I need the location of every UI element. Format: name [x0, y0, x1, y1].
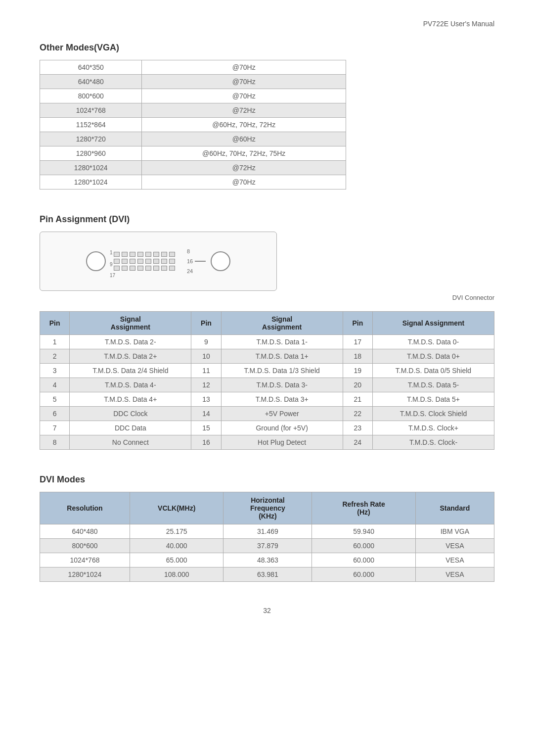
- pin-sig-3: T.M.D.S. Data 0-: [372, 335, 494, 349]
- pin-num-1: 3: [40, 364, 70, 378]
- dvi-hfreq: 48.363: [223, 553, 312, 567]
- vga-resolution: 640*350: [40, 60, 142, 75]
- pin-table-row: 2 T.M.D.S. Data 2+ 10 T.M.D.S. Data 1+ 1…: [40, 349, 494, 364]
- dvi-left-circle: [86, 251, 106, 271]
- pin-num-2: 11: [191, 364, 221, 378]
- pin-num-1: 1: [40, 335, 70, 349]
- dvi-vclk: 25.175: [130, 524, 223, 539]
- pin-header-2: Pin: [191, 312, 221, 335]
- pin-sig-1: No Connect: [70, 435, 191, 450]
- pin-num-3: 19: [343, 364, 372, 378]
- dvi-rrate: 59.940: [312, 524, 415, 539]
- dvi-std: VESA: [415, 567, 494, 582]
- vga-refresh: @70Hz: [142, 89, 346, 103]
- dvi-col-standard: Standard: [415, 492, 494, 524]
- pin-sig-1: T.M.D.S. Data 4-: [70, 378, 191, 392]
- dvi-right-circle: [211, 251, 230, 271]
- vga-refresh: @72Hz: [142, 161, 346, 175]
- dvi-hfreq: 37.879: [223, 539, 312, 553]
- dvi-connector-label: DVI Connector: [40, 294, 494, 301]
- pin-sig-2: +5V Power: [221, 407, 343, 421]
- dvi-modes-table: Resolution VCLK(MHz) HorizontalFrequency…: [40, 492, 494, 582]
- pin-sig-3: T.M.D.S. Data 5+: [372, 392, 494, 407]
- dvi-rrate: 60.000: [312, 539, 415, 553]
- pin-num-1: 6: [40, 407, 70, 421]
- dvi-rrate: 60.000: [312, 553, 415, 567]
- vga-resolution: 1280*1024: [40, 161, 142, 175]
- dvi-col-resolution: Resolution: [40, 492, 130, 524]
- pin-num-2: 14: [191, 407, 221, 421]
- pin-sig-2: Ground (for +5V): [221, 421, 343, 435]
- vga-refresh: @72Hz: [142, 103, 346, 118]
- manual-title: PV722E User's Manual: [423, 20, 494, 28]
- dvi-col-rrate: Refresh Rate(Hz): [312, 492, 415, 524]
- vga-table-row: 640*350 @70Hz: [40, 60, 346, 75]
- dvi-hfreq: 31.469: [223, 524, 312, 539]
- dvi-res: 640*480: [40, 524, 130, 539]
- dvi-hfreq: 63.981: [223, 567, 312, 582]
- dvi-res: 1024*768: [40, 553, 130, 567]
- vga-table-row: 1152*864 @60Hz, 70Hz, 72Hz: [40, 118, 346, 132]
- dvi-col-vclk: VCLK(MHz): [130, 492, 223, 524]
- pin-sig-1: DDC Clock: [70, 407, 191, 421]
- pin-assignment-table: Pin SignalAssignment Pin SignalAssignmen…: [40, 311, 494, 450]
- vga-refresh: @70Hz: [142, 175, 346, 189]
- pin-num-2: 10: [191, 349, 221, 364]
- pin-sig-1: T.M.D.S. Data 2/4 Shield: [70, 364, 191, 378]
- vga-table-row: 1280*720 @60Hz: [40, 132, 346, 146]
- vga-table-row: 800*600 @70Hz: [40, 89, 346, 103]
- pin-sig-3: T.M.D.S. Clock Shield: [372, 407, 494, 421]
- pin-sig-2: T.M.D.S. Data 3+: [221, 392, 343, 407]
- pin-num-2: 16: [191, 435, 221, 450]
- pin-num-1: 8: [40, 435, 70, 450]
- vga-table-row: 1280*960 @60Hz, 70Hz, 72Hz, 75Hz: [40, 146, 346, 161]
- pin-sig-2: Hot Plug Detect: [221, 435, 343, 450]
- pin-sig-3: T.M.D.S. Data 0/5 Shield: [372, 364, 494, 378]
- dvi-res: 800*600: [40, 539, 130, 553]
- vga-resolution: 1280*720: [40, 132, 142, 146]
- vga-resolution: 1152*864: [40, 118, 142, 132]
- vga-resolution: 1024*768: [40, 103, 142, 118]
- vga-refresh: @60Hz, 70Hz, 72Hz, 75Hz: [142, 146, 346, 161]
- pin-table-row: 1 T.M.D.S. Data 2- 9 T.M.D.S. Data 1- 17…: [40, 335, 494, 349]
- pin-num-2: 13: [191, 392, 221, 407]
- vga-resolution: 1280*1024: [40, 175, 142, 189]
- vga-table-row: 640*480 @70Hz: [40, 75, 346, 89]
- page-number: 32: [40, 607, 494, 614]
- pin-num-2: 15: [191, 421, 221, 435]
- pin-sig-3: T.M.D.S. Clock-: [372, 435, 494, 450]
- pin-num-1: 7: [40, 421, 70, 435]
- dvi-rrate: 60.000: [312, 567, 415, 582]
- pin-sig-2: T.M.D.S. Data 3-: [221, 378, 343, 392]
- dvi-std: IBM VGA: [415, 524, 494, 539]
- pin-header-1: Pin: [40, 312, 70, 335]
- pin-table-row: 4 T.M.D.S. Data 4- 12 T.M.D.S. Data 3- 2…: [40, 378, 494, 392]
- pin-sig-1: DDC Data: [70, 421, 191, 435]
- pin-num-3: 20: [343, 378, 372, 392]
- pin-sig-2: T.M.D.S. Data 1/3 Shield: [221, 364, 343, 378]
- dvi-vclk: 108.000: [130, 567, 223, 582]
- pin-header-sig2: SignalAssignment: [221, 312, 343, 335]
- vga-resolution: 1280*960: [40, 146, 142, 161]
- pin-sig-3: T.M.D.S. Data 5-: [372, 378, 494, 392]
- pin-num-2: 9: [191, 335, 221, 349]
- pin-sig-1: T.M.D.S. Data 2-: [70, 335, 191, 349]
- dvi-vclk: 65.000: [130, 553, 223, 567]
- vga-table-row: 1024*768 @72Hz: [40, 103, 346, 118]
- vga-refresh: @60Hz: [142, 132, 346, 146]
- pin-sig-2: T.M.D.S. Data 1+: [221, 349, 343, 364]
- dvi-res: 1280*1024: [40, 567, 130, 582]
- pin-table-row: 5 T.M.D.S. Data 4+ 13 T.M.D.S. Data 3+ 2…: [40, 392, 494, 407]
- vga-table: 640*350 @70Hz 640*480 @70Hz 800*600 @70H…: [40, 60, 346, 189]
- pin-num-1: 2: [40, 349, 70, 364]
- pin-section-title: Pin Assignment (DVI): [40, 214, 494, 225]
- vga-section-title: Other Modes(VGA): [40, 43, 494, 53]
- vga-resolution: 800*600: [40, 89, 142, 103]
- dvi-std: VESA: [415, 553, 494, 567]
- dvi-modes-row: 1024*768 65.000 48.363 60.000 VESA: [40, 553, 494, 567]
- pin-num-3: 21: [343, 392, 372, 407]
- dvi-modes-row: 1280*1024 108.000 63.981 60.000 VESA: [40, 567, 494, 582]
- pin-header-3: Pin: [343, 312, 372, 335]
- pin-num-3: 17: [343, 335, 372, 349]
- dvi-vclk: 40.000: [130, 539, 223, 553]
